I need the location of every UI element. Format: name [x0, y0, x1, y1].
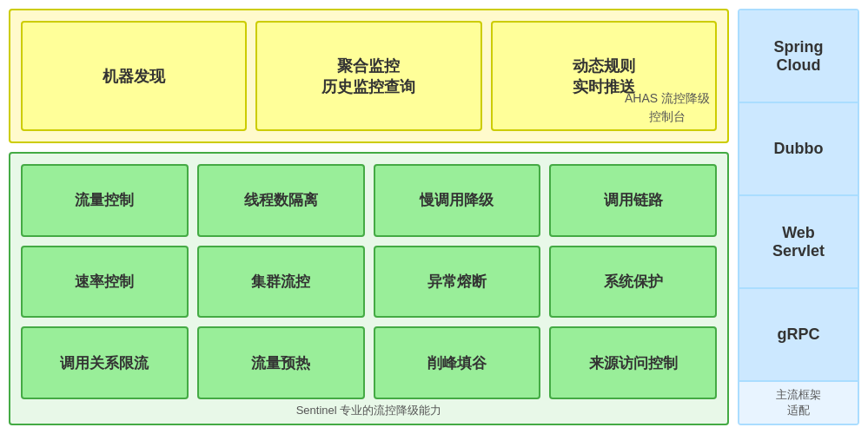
machine-discovery-label: 机器发现	[103, 66, 165, 87]
web-servlet-label: Web Servlet	[772, 224, 825, 260]
relation-limit-label: 调用关系限流	[60, 353, 149, 373]
flow-preheat-card: 流量预热	[197, 326, 365, 399]
spring-cloud-card: Spring Cloud	[739, 10, 858, 103]
source-access-control-card: 来源访问控制	[549, 326, 717, 399]
yellow-section: 机器发现 聚合监控 历史监控查询 动态规则 实时推送 AHAS 流控降级 控制台	[9, 9, 729, 143]
right-panel: Spring Cloud Dubbo Web Servlet gRPC 主流框架…	[738, 9, 859, 425]
main-container: 机器发现 聚合监控 历史监控查询 动态规则 实时推送 AHAS 流控降级 控制台…	[9, 9, 859, 425]
flow-preheat-label: 流量预热	[251, 353, 310, 373]
system-protection-card: 系统保护	[549, 246, 717, 319]
flow-control-label: 流量控制	[75, 190, 134, 210]
peak-shaving-label: 削峰填谷	[427, 353, 487, 373]
source-access-control-label: 来源访问控制	[589, 353, 678, 373]
grpc-card: gRPC	[739, 289, 858, 380]
machine-discovery-card: 机器发现	[21, 21, 247, 131]
ahas-label: AHAS 流控降级 控制台	[625, 89, 710, 126]
relation-limit-card: 调用关系限流	[21, 326, 189, 399]
cluster-flow-card: 集群流控	[197, 246, 365, 319]
call-chain-card: 调用链路	[549, 164, 717, 237]
cluster-flow-label: 集群流控	[251, 272, 310, 292]
peak-shaving-card: 削峰填谷	[374, 326, 541, 399]
slow-call-degrade-label: 慢调用降级	[420, 190, 494, 210]
rate-control-label: 速率控制	[75, 272, 134, 292]
right-cards-area: Spring Cloud Dubbo Web Servlet gRPC	[739, 10, 858, 380]
slow-call-degrade-card: 慢调用降级	[374, 164, 541, 237]
right-footer: 主流框架 适配	[739, 380, 858, 424]
thread-isolation-label: 线程数隔离	[244, 190, 318, 210]
left-panel: 机器发现 聚合监控 历史监控查询 动态规则 实时推送 AHAS 流控降级 控制台…	[9, 9, 729, 425]
grpc-label: gRPC	[778, 326, 820, 344]
dubbo-label: Dubbo	[774, 140, 824, 158]
green-section: 流量控制 线程数隔离 慢调用降级 调用链路 速率控制 集群流控	[9, 152, 729, 425]
circuit-breaker-label: 异常熔断	[427, 272, 487, 292]
green-row-2: 速率控制 集群流控 异常熔断 系统保护	[21, 246, 717, 319]
flow-control-card: 流量控制	[21, 164, 189, 237]
dubbo-card: Dubbo	[739, 103, 858, 196]
call-chain-label: 调用链路	[604, 190, 663, 210]
circuit-breaker-card: 异常熔断	[374, 246, 541, 319]
right-footer-label: 主流框架 适配	[776, 387, 821, 418]
web-servlet-card: Web Servlet	[739, 196, 858, 289]
monitor-label: 聚合监控 历史监控查询	[321, 56, 415, 97]
rate-control-card: 速率控制	[21, 246, 189, 319]
sentinel-footer-label: Sentinel 专业的流控降级能力	[296, 403, 442, 418]
spring-cloud-label: Spring Cloud	[774, 38, 824, 75]
green-row-1: 流量控制 线程数隔离 慢调用降级 调用链路	[21, 164, 717, 237]
thread-isolation-card: 线程数隔离	[197, 164, 365, 237]
system-protection-label: 系统保护	[604, 272, 663, 292]
monitor-card: 聚合监控 历史监控查询	[255, 21, 481, 131]
green-row-3: 调用关系限流 流量预热 削峰填谷 来源访问控制	[21, 326, 717, 399]
